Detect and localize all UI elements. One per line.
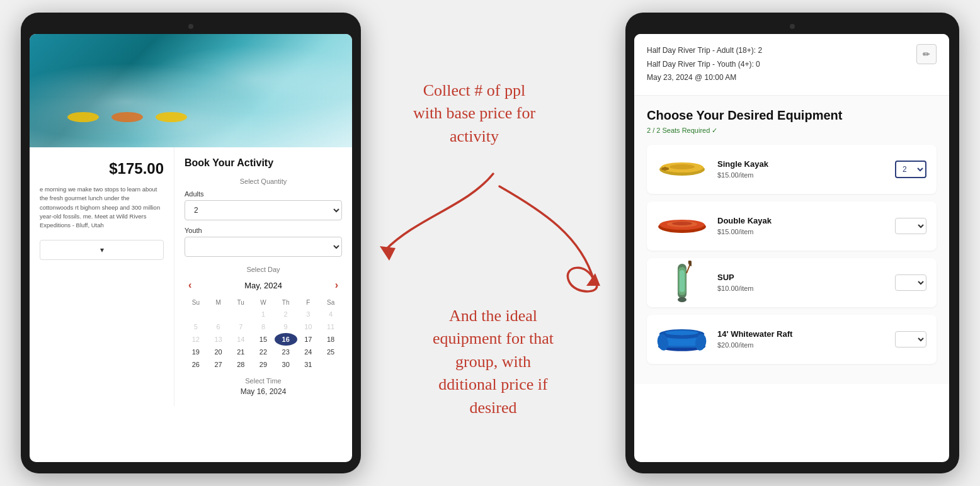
cal-day[interactable]: 21	[229, 346, 252, 358]
cal-day[interactable]: 30	[275, 358, 297, 371]
sup-name: SUP	[717, 273, 885, 282]
cal-day[interactable]: 4	[319, 308, 342, 320]
col-mon: M	[207, 297, 230, 308]
left-screen: $175.00 e morning we make two stops to l…	[30, 34, 352, 462]
seats-badge: 2 / 2 Seats Required ✓	[647, 127, 937, 135]
calendar-grid: Su M Tu W Th F Sa	[185, 297, 342, 371]
tablet-camera-left	[188, 24, 193, 29]
cal-day	[185, 308, 207, 320]
edit-button[interactable]: ✏	[916, 44, 937, 64]
col-fri: F	[297, 297, 320, 308]
svg-rect-6	[661, 167, 669, 170]
cal-day[interactable]: 19	[185, 346, 207, 358]
svg-point-14	[678, 297, 687, 302]
cal-day[interactable]: 5	[185, 320, 207, 333]
cal-day[interactable]: 26	[185, 358, 207, 371]
double-kayak-info: Double Kayak $15.00/item	[717, 216, 885, 235]
cal-day[interactable]: 20	[207, 346, 230, 358]
raft-info: 14' Whitewater Raft $20.00/item	[717, 329, 885, 349]
double-kayak-quantity[interactable]: 1 2	[895, 218, 926, 234]
cal-day[interactable]: 29	[252, 358, 275, 371]
cal-day-today[interactable]: 16	[275, 333, 297, 346]
cal-day[interactable]: 15	[252, 333, 275, 346]
date-summary: May 23, 2024 @ 10:00 AM	[647, 71, 916, 85]
raft-icon	[657, 325, 707, 353]
booking-title: Book Your Activity	[185, 157, 342, 169]
adult-summary: Half Day River Trip - Adult (18+): 2	[647, 44, 916, 58]
single-kayak-price: $15.00/item	[717, 171, 885, 179]
time-label: Select Time	[185, 377, 342, 385]
annotation-area: Collect # of pplwith base price foractiv…	[361, 29, 625, 457]
sup-info: SUP $10.00/item	[717, 273, 885, 292]
sup-quantity[interactable]: 1 2	[895, 274, 926, 291]
calendar-section: Select Day ‹ May, 2024 › Su M Tu W	[185, 266, 342, 371]
sup-price: $10.00/item	[717, 285, 885, 292]
cal-day[interactable]: 25	[319, 346, 342, 358]
svg-point-23	[665, 331, 698, 336]
time-value: May 16, 2024	[185, 387, 342, 396]
cal-day[interactable]: 27	[207, 358, 230, 371]
single-kayak-name: Single Kayak	[717, 159, 885, 169]
cal-day[interactable]: 9	[275, 320, 297, 333]
col-tue: Tu	[229, 297, 252, 308]
cal-day[interactable]: 3	[297, 308, 320, 320]
kayak-group	[67, 112, 187, 122]
raft-quantity[interactable]: 1 2	[895, 331, 926, 348]
cal-day	[319, 358, 342, 371]
list-item: Double Kayak $15.00/item 1 2	[647, 201, 937, 251]
price-section: $175.00 e morning we make two stops to l…	[30, 147, 174, 406]
pencil-icon: ✏	[923, 49, 930, 59]
kayak-orange-icon	[657, 217, 707, 235]
cal-day[interactable]: 22	[252, 346, 275, 358]
list-item: Single Kayak $15.00/item 2 0 1 3	[647, 145, 937, 194]
cal-day[interactable]: 1	[252, 308, 275, 320]
svg-point-4	[669, 164, 695, 169]
youth-select[interactable]: 1 2	[185, 237, 342, 257]
cal-day[interactable]: 18	[319, 333, 342, 346]
expand-button[interactable]: ▾	[40, 240, 164, 260]
booking-section: Book Your Activity Select Quantity Adult…	[174, 147, 352, 406]
cal-day[interactable]: 7	[229, 320, 252, 333]
equipment-title: Choose Your Desired Equipment	[647, 108, 937, 123]
col-thu: Th	[275, 297, 297, 308]
double-kayak-name: Double Kayak	[717, 216, 885, 225]
cal-day[interactable]: 6	[207, 320, 230, 333]
table-row: 12 13 14 15 16 17 18	[185, 333, 342, 346]
sup-image	[657, 267, 707, 298]
cal-day[interactable]: 13	[207, 333, 230, 346]
price-display: $175.00	[40, 160, 164, 178]
raft-price: $20.00/item	[717, 341, 885, 349]
quantity-label: Select Quantity	[185, 178, 342, 185]
adults-select[interactable]: 2 1 3 4	[185, 200, 342, 220]
cal-day[interactable]: 11	[319, 320, 342, 333]
svg-rect-13	[680, 270, 685, 292]
right-tablet: Half Day River Trip - Adult (18+): 2 Hal…	[625, 13, 959, 473]
cal-day[interactable]: 24	[297, 346, 320, 358]
youth-summary: Half Day River Trip - Youth (4+): 0	[647, 58, 916, 72]
cal-day[interactable]: 31	[297, 358, 320, 371]
table-row: 1 2 3 4	[185, 308, 342, 320]
cal-day[interactable]: 8	[252, 320, 275, 333]
youth-label: Youth	[185, 227, 342, 234]
equipment-section: Choose Your Desired Equipment 2 / 2 Seat…	[634, 96, 949, 384]
single-kayak-quantity[interactable]: 2 0 1 3	[895, 161, 926, 178]
col-wed: W	[252, 297, 275, 308]
single-kayak-info: Single Kayak $15.00/item	[717, 159, 885, 179]
next-month-button[interactable]: ›	[331, 278, 342, 292]
kayak-yellow-icon	[659, 161, 706, 178]
left-tablet: $175.00 e morning we make two stops to l…	[21, 13, 361, 473]
cal-day[interactable]: 10	[297, 320, 320, 333]
raft-name: 14' Whitewater Raft	[717, 329, 885, 339]
cal-day[interactable]: 23	[275, 346, 297, 358]
calendar-nav: ‹ May, 2024 ›	[185, 278, 342, 292]
cal-day[interactable]: 17	[297, 333, 320, 346]
tablet-camera-right	[790, 24, 795, 29]
cal-day[interactable]: 28	[229, 358, 252, 371]
cal-day[interactable]: 12	[185, 333, 207, 346]
cal-day[interactable]: 2	[275, 308, 297, 320]
cal-day[interactable]: 14	[229, 333, 252, 346]
svg-point-10	[672, 222, 692, 225]
prev-month-button[interactable]: ‹	[185, 278, 195, 292]
cal-day	[207, 308, 230, 320]
double-kayak-image	[657, 210, 707, 242]
